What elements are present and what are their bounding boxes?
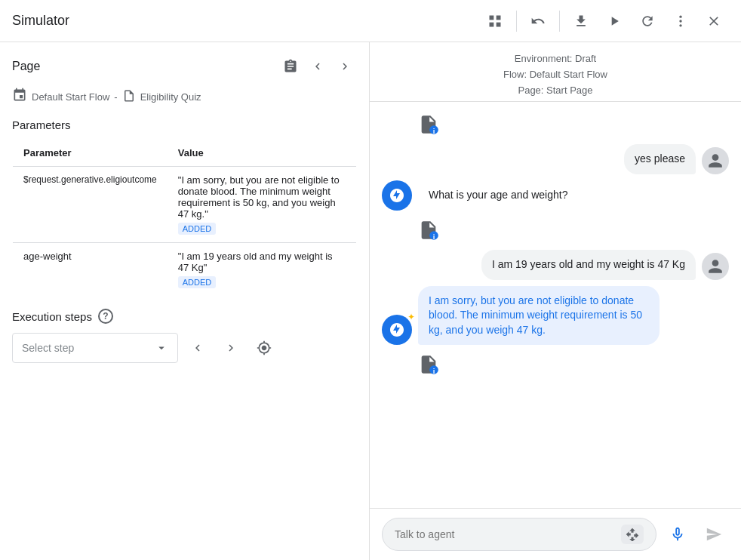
- execution-steps-header: Execution steps ?: [12, 309, 357, 324]
- msg-bubble-user-2: I am 19 years old and my weight is 47 Kg: [481, 250, 696, 280]
- flow-icon: [12, 88, 27, 106]
- mic-button[interactable]: [663, 519, 693, 549]
- doc-icon-row-3: i: [382, 351, 729, 378]
- refresh-icon: [640, 14, 655, 29]
- doc-icon-row-2: i: [382, 217, 729, 244]
- more-icon: [673, 14, 688, 29]
- import-button[interactable]: [621, 525, 644, 544]
- agent-avatar-1: [382, 180, 412, 211]
- grid-view-button[interactable]: [480, 6, 510, 36]
- download-icon: [573, 14, 589, 29]
- divider-1: [516, 11, 517, 32]
- msg-row-agent-1: What is your age and weight?: [382, 180, 729, 211]
- mic-icon: [669, 526, 686, 543]
- svg-point-4: [679, 15, 681, 17]
- grid-icon: [487, 14, 503, 29]
- select-step-label: Select step: [22, 342, 74, 354]
- right-panel: Environment: Draft Flow: Default Start F…: [370, 42, 741, 560]
- prev-page-button[interactable]: [306, 54, 330, 78]
- doc-icon-2: i: [418, 217, 439, 244]
- parameters-table: Parameter Value $request.generative.elig…: [12, 139, 357, 297]
- prev-step-button[interactable]: [184, 334, 211, 362]
- execution-steps-section: Execution steps ? Select step: [12, 309, 357, 363]
- execution-steps-title: Execution steps: [12, 310, 92, 323]
- env-line1: Environment: Draft: [370, 51, 741, 67]
- svg-point-5: [679, 20, 681, 22]
- undo-button[interactable]: [523, 6, 553, 36]
- agent-avatar-ai: ✦: [382, 315, 412, 345]
- env-line2: Flow: Default Start Flow: [370, 67, 741, 83]
- next-step-icon: [224, 341, 238, 355]
- param-name-1: $request.generative.eligioutcome: [13, 167, 168, 243]
- close-button[interactable]: [699, 6, 729, 36]
- topbar: Simulator: [0, 0, 741, 42]
- env-line3: Page: Start Page: [370, 83, 741, 99]
- svg-text:i: i: [433, 368, 435, 375]
- flow-name: Default Start Flow: [32, 91, 109, 103]
- svg-text:i: i: [433, 128, 435, 135]
- breadcrumb: Default Start Flow - Eligibility Quiz: [12, 88, 357, 106]
- avatar-user-1: [702, 147, 729, 174]
- svg-rect-2: [490, 22, 494, 26]
- divider-2: [559, 11, 560, 32]
- refresh-button[interactable]: [632, 6, 663, 36]
- chat-area: i yes please W: [370, 102, 741, 508]
- page-doc-icon: [122, 89, 136, 105]
- target-icon: [257, 340, 272, 355]
- send-button[interactable]: [699, 519, 729, 549]
- page-name: Eligibility Quiz: [140, 91, 201, 103]
- more-button[interactable]: [666, 6, 696, 36]
- page-navigation: [278, 54, 357, 78]
- table-row: $request.generative.eligioutcome "I am s…: [13, 167, 357, 243]
- doc-icon-3: i: [418, 351, 439, 378]
- msg-bubble-agent-ai: I am sorry, but you are not eligible to …: [418, 286, 660, 346]
- page-section-title: Page: [12, 60, 40, 73]
- clipboard-icon: [283, 59, 298, 74]
- clipboard-icon-btn[interactable]: [278, 54, 303, 78]
- app-title: Simulator: [12, 13, 69, 29]
- svg-rect-3: [497, 22, 501, 26]
- select-step-dropdown[interactable]: Select step: [12, 333, 178, 363]
- play-icon: [607, 14, 622, 29]
- chevron-right-icon: [338, 60, 352, 73]
- parameters-title: Parameters: [12, 118, 357, 131]
- left-panel: Page: [0, 42, 370, 560]
- avatar-user-2: [702, 253, 729, 280]
- breadcrumb-separator: -: [114, 91, 117, 103]
- param-value-2: "I am 19 years old and my weight is 47 K…: [168, 243, 357, 297]
- chat-input[interactable]: [395, 528, 615, 540]
- msg-row-user-2: I am 19 years old and my weight is 47 Kg: [382, 250, 729, 280]
- col-header-value: Value: [168, 140, 357, 167]
- msg-bubble-user-1: yes please: [624, 144, 696, 174]
- msg-bubble-agent-1: What is your age and weight?: [418, 180, 578, 211]
- topbar-actions: [480, 6, 729, 36]
- play-button[interactable]: [599, 6, 629, 36]
- msg-row-agent-ai: ✦ I am sorry, but you are not eligible t…: [382, 286, 729, 346]
- execution-controls: Select step: [12, 333, 357, 363]
- chat-input-wrap[interactable]: [382, 518, 656, 551]
- prev-step-icon: [191, 341, 204, 355]
- send-icon: [706, 526, 722, 543]
- svg-point-6: [679, 24, 681, 26]
- help-icon[interactable]: ?: [98, 309, 113, 324]
- svg-rect-0: [490, 15, 494, 20]
- col-header-parameter: Parameter: [13, 140, 168, 167]
- import-icon: [626, 528, 639, 541]
- msg-row-user-1: yes please: [382, 144, 729, 174]
- chat-input-area: [370, 508, 741, 560]
- param-value-1: "I am sorry, but you are not eligible to…: [168, 167, 357, 243]
- next-page-button[interactable]: [333, 54, 357, 78]
- undo-icon: [530, 14, 546, 29]
- environment-info: Environment: Draft Flow: Default Start F…: [370, 42, 741, 102]
- target-step-button[interactable]: [251, 334, 278, 362]
- param-name-2: age-weight: [13, 243, 168, 297]
- doc-icon-1: i: [418, 111, 439, 138]
- svg-rect-1: [497, 15, 501, 20]
- table-row: age-weight "I am 19 years old and my wei…: [13, 243, 357, 297]
- close-icon: [706, 14, 721, 29]
- next-step-button[interactable]: [217, 334, 244, 362]
- sparkle-icon: ✦: [407, 312, 415, 322]
- page-section-header: Page: [12, 54, 357, 78]
- svg-text:i: i: [433, 233, 435, 241]
- download-button[interactable]: [566, 6, 596, 36]
